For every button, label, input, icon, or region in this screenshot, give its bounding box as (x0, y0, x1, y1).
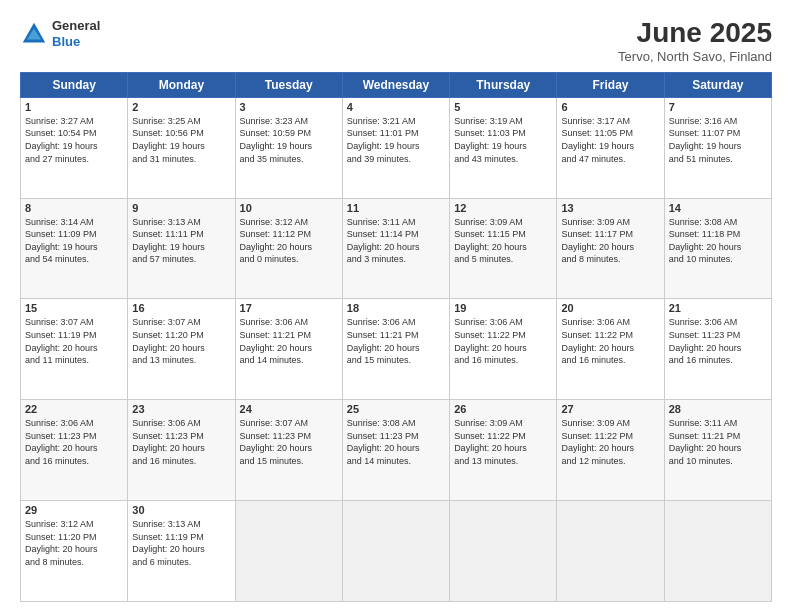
day-number: 7 (669, 101, 767, 113)
day-number: 21 (669, 302, 767, 314)
day-number: 20 (561, 302, 659, 314)
header: General Blue June 2025 Tervo, North Savo… (20, 18, 772, 64)
day-number: 24 (240, 403, 338, 415)
day-info: Sunrise: 3:13 AM Sunset: 11:11 PM Daylig… (132, 216, 230, 266)
day-number: 28 (669, 403, 767, 415)
day-info: Sunrise: 3:12 AM Sunset: 11:20 PM Daylig… (25, 518, 123, 568)
calendar-header-wednesday: Wednesday (342, 72, 449, 97)
day-info: Sunrise: 3:06 AM Sunset: 11:23 PM Daylig… (669, 316, 767, 366)
subtitle: Tervo, North Savo, Finland (618, 49, 772, 64)
calendar-cell (664, 501, 771, 602)
calendar-cell: 15Sunrise: 3:07 AM Sunset: 11:19 PM Dayl… (21, 299, 128, 400)
calendar-cell: 17Sunrise: 3:06 AM Sunset: 11:21 PM Dayl… (235, 299, 342, 400)
day-info: Sunrise: 3:11 AM Sunset: 11:21 PM Daylig… (669, 417, 767, 467)
day-number: 19 (454, 302, 552, 314)
calendar-cell: 14Sunrise: 3:08 AM Sunset: 11:18 PM Dayl… (664, 198, 771, 299)
calendar-header-row: SundayMondayTuesdayWednesdayThursdayFrid… (21, 72, 772, 97)
calendar-header-thursday: Thursday (450, 72, 557, 97)
day-number: 18 (347, 302, 445, 314)
day-info: Sunrise: 3:13 AM Sunset: 11:19 PM Daylig… (132, 518, 230, 568)
day-info: Sunrise: 3:11 AM Sunset: 11:14 PM Daylig… (347, 216, 445, 266)
calendar-cell: 23Sunrise: 3:06 AM Sunset: 11:23 PM Dayl… (128, 400, 235, 501)
logo-line2: Blue (52, 34, 100, 50)
calendar-week-row: 15Sunrise: 3:07 AM Sunset: 11:19 PM Dayl… (21, 299, 772, 400)
calendar-header-friday: Friday (557, 72, 664, 97)
day-number: 4 (347, 101, 445, 113)
day-info: Sunrise: 3:27 AM Sunset: 10:54 PM Daylig… (25, 115, 123, 165)
calendar-cell (450, 501, 557, 602)
calendar-header-saturday: Saturday (664, 72, 771, 97)
calendar-week-row: 1Sunrise: 3:27 AM Sunset: 10:54 PM Dayli… (21, 97, 772, 198)
day-info: Sunrise: 3:19 AM Sunset: 11:03 PM Daylig… (454, 115, 552, 165)
day-number: 30 (132, 504, 230, 516)
calendar-cell: 29Sunrise: 3:12 AM Sunset: 11:20 PM Dayl… (21, 501, 128, 602)
day-number: 11 (347, 202, 445, 214)
day-number: 2 (132, 101, 230, 113)
day-info: Sunrise: 3:06 AM Sunset: 11:22 PM Daylig… (561, 316, 659, 366)
calendar-cell: 12Sunrise: 3:09 AM Sunset: 11:15 PM Dayl… (450, 198, 557, 299)
calendar-header-tuesday: Tuesday (235, 72, 342, 97)
day-info: Sunrise: 3:07 AM Sunset: 11:20 PM Daylig… (132, 316, 230, 366)
day-number: 6 (561, 101, 659, 113)
day-number: 22 (25, 403, 123, 415)
day-number: 8 (25, 202, 123, 214)
calendar-cell: 22Sunrise: 3:06 AM Sunset: 11:23 PM Dayl… (21, 400, 128, 501)
calendar-cell: 28Sunrise: 3:11 AM Sunset: 11:21 PM Dayl… (664, 400, 771, 501)
calendar-header-sunday: Sunday (21, 72, 128, 97)
day-number: 3 (240, 101, 338, 113)
day-info: Sunrise: 3:14 AM Sunset: 11:09 PM Daylig… (25, 216, 123, 266)
day-number: 15 (25, 302, 123, 314)
main-title: June 2025 (618, 18, 772, 49)
calendar-cell (342, 501, 449, 602)
day-info: Sunrise: 3:06 AM Sunset: 11:21 PM Daylig… (240, 316, 338, 366)
day-number: 25 (347, 403, 445, 415)
logo-line1: General (52, 18, 100, 34)
day-info: Sunrise: 3:09 AM Sunset: 11:15 PM Daylig… (454, 216, 552, 266)
day-info: Sunrise: 3:09 AM Sunset: 11:17 PM Daylig… (561, 216, 659, 266)
day-number: 5 (454, 101, 552, 113)
page: General Blue June 2025 Tervo, North Savo… (0, 0, 792, 612)
day-number: 16 (132, 302, 230, 314)
day-info: Sunrise: 3:06 AM Sunset: 11:21 PM Daylig… (347, 316, 445, 366)
day-info: Sunrise: 3:25 AM Sunset: 10:56 PM Daylig… (132, 115, 230, 165)
day-number: 1 (25, 101, 123, 113)
calendar-header-monday: Monday (128, 72, 235, 97)
calendar-week-row: 29Sunrise: 3:12 AM Sunset: 11:20 PM Dayl… (21, 501, 772, 602)
day-info: Sunrise: 3:12 AM Sunset: 11:12 PM Daylig… (240, 216, 338, 266)
calendar-cell: 9Sunrise: 3:13 AM Sunset: 11:11 PM Dayli… (128, 198, 235, 299)
logo-text: General Blue (52, 18, 100, 49)
calendar-cell: 6Sunrise: 3:17 AM Sunset: 11:05 PM Dayli… (557, 97, 664, 198)
calendar-week-row: 22Sunrise: 3:06 AM Sunset: 11:23 PM Dayl… (21, 400, 772, 501)
calendar-cell: 5Sunrise: 3:19 AM Sunset: 11:03 PM Dayli… (450, 97, 557, 198)
day-info: Sunrise: 3:09 AM Sunset: 11:22 PM Daylig… (454, 417, 552, 467)
day-info: Sunrise: 3:09 AM Sunset: 11:22 PM Daylig… (561, 417, 659, 467)
calendar-cell: 21Sunrise: 3:06 AM Sunset: 11:23 PM Dayl… (664, 299, 771, 400)
day-number: 29 (25, 504, 123, 516)
day-info: Sunrise: 3:07 AM Sunset: 11:23 PM Daylig… (240, 417, 338, 467)
day-info: Sunrise: 3:07 AM Sunset: 11:19 PM Daylig… (25, 316, 123, 366)
day-number: 23 (132, 403, 230, 415)
calendar-cell: 1Sunrise: 3:27 AM Sunset: 10:54 PM Dayli… (21, 97, 128, 198)
day-info: Sunrise: 3:16 AM Sunset: 11:07 PM Daylig… (669, 115, 767, 165)
logo: General Blue (20, 18, 100, 49)
day-info: Sunrise: 3:21 AM Sunset: 11:01 PM Daylig… (347, 115, 445, 165)
logo-icon (20, 20, 48, 48)
calendar-cell: 7Sunrise: 3:16 AM Sunset: 11:07 PM Dayli… (664, 97, 771, 198)
calendar-cell: 8Sunrise: 3:14 AM Sunset: 11:09 PM Dayli… (21, 198, 128, 299)
day-info: Sunrise: 3:23 AM Sunset: 10:59 PM Daylig… (240, 115, 338, 165)
calendar-week-row: 8Sunrise: 3:14 AM Sunset: 11:09 PM Dayli… (21, 198, 772, 299)
calendar-cell: 25Sunrise: 3:08 AM Sunset: 11:23 PM Dayl… (342, 400, 449, 501)
calendar-cell: 3Sunrise: 3:23 AM Sunset: 10:59 PM Dayli… (235, 97, 342, 198)
day-info: Sunrise: 3:06 AM Sunset: 11:23 PM Daylig… (132, 417, 230, 467)
calendar-cell: 20Sunrise: 3:06 AM Sunset: 11:22 PM Dayl… (557, 299, 664, 400)
calendar-cell: 11Sunrise: 3:11 AM Sunset: 11:14 PM Dayl… (342, 198, 449, 299)
day-info: Sunrise: 3:06 AM Sunset: 11:22 PM Daylig… (454, 316, 552, 366)
day-info: Sunrise: 3:06 AM Sunset: 11:23 PM Daylig… (25, 417, 123, 467)
calendar-cell: 27Sunrise: 3:09 AM Sunset: 11:22 PM Dayl… (557, 400, 664, 501)
day-info: Sunrise: 3:08 AM Sunset: 11:23 PM Daylig… (347, 417, 445, 467)
calendar-cell (557, 501, 664, 602)
title-block: June 2025 Tervo, North Savo, Finland (618, 18, 772, 64)
calendar-cell: 16Sunrise: 3:07 AM Sunset: 11:20 PM Dayl… (128, 299, 235, 400)
calendar-cell: 10Sunrise: 3:12 AM Sunset: 11:12 PM Dayl… (235, 198, 342, 299)
calendar-cell: 4Sunrise: 3:21 AM Sunset: 11:01 PM Dayli… (342, 97, 449, 198)
